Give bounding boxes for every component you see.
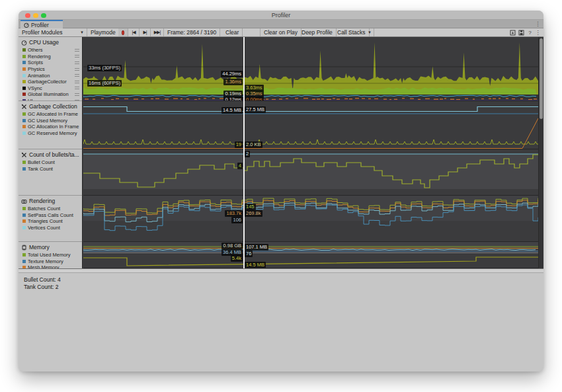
- help-icon: ?: [528, 30, 531, 36]
- series-color-swatch: [22, 125, 26, 128]
- legend-item[interactable]: Batches Count: [19, 206, 82, 212]
- crossed-tools-icon: [21, 152, 27, 158]
- drag-handle-icon[interactable]: [75, 74, 79, 77]
- series-color-swatch: [22, 214, 26, 217]
- bullet-count-label: 4: [237, 163, 243, 169]
- legend-item[interactable]: Physics: [19, 66, 82, 73]
- scrollbar-thumb[interactable]: [540, 38, 543, 119]
- legend-item[interactable]: Rendering: [19, 54, 82, 60]
- window-titlebar[interactable]: Profiler: [19, 11, 543, 20]
- series-color-swatch: [22, 119, 26, 122]
- legend-item[interactable]: GC Reserved Memory: [19, 130, 82, 137]
- call-stacks-button[interactable]: Call Stacks: [334, 28, 370, 36]
- series-color-swatch: [22, 93, 26, 96]
- series-color-swatch: [22, 48, 26, 52]
- series-color-swatch: [22, 61, 26, 64]
- clear-button[interactable]: Clear: [222, 28, 243, 36]
- rendering-icon: [21, 198, 27, 204]
- tab-bar: Profiler ⋮: [19, 20, 543, 28]
- module-title: Memory: [29, 244, 50, 251]
- record-button[interactable]: [118, 28, 128, 36]
- tab-label: Profiler: [31, 22, 49, 28]
- series-color-swatch: [22, 80, 26, 83]
- legend-item[interactable]: Animation: [19, 72, 82, 79]
- chart-memory[interactable]: 0.98 GB 107.1 MB 36.4 MB 76 5.4k 14.5 MB: [83, 242, 538, 268]
- window-title: Profiler: [19, 12, 543, 19]
- previous-frame-icon: |◀: [132, 30, 135, 35]
- chart-count-of-bullets[interactable]: 2 4: [83, 149, 538, 196]
- legend-item[interactable]: Others: [19, 47, 82, 54]
- cpu-gridline-label-16ms: 16ms (60FPS): [87, 80, 122, 87]
- save-profile-button[interactable]: [517, 28, 526, 36]
- legend-item[interactable]: Global Illumination: [19, 91, 82, 98]
- legend-item[interactable]: GC Allocation In Frame Cour: [19, 124, 82, 130]
- memory-value-label: 5.4k: [231, 255, 243, 262]
- legend-item[interactable]: Bullet Count: [19, 159, 82, 166]
- load-profile-button[interactable]: [508, 28, 517, 36]
- next-frame-button[interactable]: ▶|: [140, 28, 151, 36]
- series-color-swatch: [22, 132, 26, 135]
- current-frame-button[interactable]: ▶▶|: [151, 28, 164, 36]
- module-sidebar: CPU Usage Others Rendering Scripts Physi…: [19, 37, 83, 268]
- legend-item[interactable]: SetPass Calls Count: [19, 212, 82, 219]
- module-title: Garbage Collection: [29, 103, 77, 110]
- legend-item[interactable]: Texture Memory: [19, 258, 82, 265]
- previous-frame-button[interactable]: |◀: [128, 28, 140, 36]
- legend-item[interactable]: Vertices Count: [19, 225, 82, 231]
- clear-on-play-toggle[interactable]: Clear on Play: [260, 28, 301, 36]
- tab-profiler[interactable]: Profiler: [20, 20, 63, 28]
- vertices-count-label: 269.8k: [245, 210, 262, 217]
- next-frame-icon: ▶|: [143, 30, 146, 35]
- kebab-menu-icon: ⋮: [536, 30, 541, 36]
- legend-item[interactable]: Total Used Memory: [19, 252, 82, 258]
- chart-scrollbar[interactable]: [538, 37, 543, 268]
- save-icon: [518, 30, 524, 36]
- garbage-collection-graph: [83, 101, 538, 149]
- chart-garbage-collection[interactable]: 14.5 MB 27.5 MB 19 2.0 KB: [83, 101, 538, 149]
- drag-handle-icon[interactable]: [75, 81, 79, 83]
- module-count-of-bullets[interactable]: Count of bullets/ta... Bullet Count Tank…: [19, 149, 82, 196]
- series-color-swatch: [22, 219, 26, 223]
- legend-item[interactable]: GC Allocated In Frame: [19, 111, 82, 118]
- load-icon: [510, 30, 516, 36]
- details-text: Bullet Count: 4Tank Count: 2: [19, 273, 543, 291]
- bullet-tank-count-graph: [83, 149, 538, 196]
- drag-handle-icon[interactable]: [75, 55, 79, 58]
- drag-handle-icon[interactable]: [75, 61, 79, 64]
- context-menu-button[interactable]: ⋮: [534, 28, 542, 36]
- drag-handle-icon[interactable]: [75, 49, 79, 52]
- bullet-count-detail: Bullet Count: 4: [24, 276, 61, 283]
- rendering-graph: [83, 196, 538, 242]
- current-frame-icon: ▶▶|: [154, 30, 161, 35]
- chart-cpu-usage[interactable]: 33ms (30FPS) 16ms (60FPS) 44.29ms 1.36ms…: [83, 37, 538, 101]
- drag-handle-icon[interactable]: [75, 93, 79, 96]
- legend-item[interactable]: Scripts: [19, 59, 82, 66]
- module-memory[interactable]: Memory Total Used Memory Texture Memory …: [19, 242, 82, 268]
- legend-item[interactable]: Triangles Count: [19, 218, 82, 225]
- module-garbage-collection[interactable]: Garbage Collection GC Allocated In Frame…: [19, 101, 82, 149]
- legend-item[interactable]: Tank Count: [19, 166, 82, 173]
- module-rendering[interactable]: Rendering Batches Count SetPass Calls Co…: [19, 196, 82, 242]
- profiler-modules-dropdown[interactable]: Profiler Modules▼: [19, 28, 87, 36]
- cpu-value-label: 0.00ms: [245, 97, 264, 101]
- series-color-swatch: [22, 74, 26, 77]
- drag-handle-icon[interactable]: [75, 68, 79, 71]
- chevron-down-icon: ▼: [80, 30, 84, 34]
- legend-item[interactable]: GarbageCollector: [19, 79, 82, 85]
- legend-item[interactable]: VSync: [19, 85, 82, 92]
- batches-count-label: 145: [245, 204, 256, 210]
- triangles-count-label: 183.7k: [225, 210, 243, 217]
- memory-value-label: 76: [245, 251, 253, 257]
- tank-count-detail: Tank Count: 2: [24, 284, 58, 290]
- pane-splitter[interactable]: [19, 268, 543, 273]
- tab-overflow-menu-icon[interactable]: ⋮: [535, 20, 541, 27]
- deep-profile-toggle[interactable]: Deep Profile: [298, 28, 337, 36]
- call-stacks-dropdown[interactable]: ▼: [366, 28, 374, 36]
- legend-item[interactable]: GC Used Memory: [19, 118, 82, 124]
- chart-rendering[interactable]: 145 183.7k 269.8k 106: [83, 196, 538, 242]
- module-title: CPU Usage: [29, 39, 59, 46]
- series-color-swatch: [22, 55, 26, 58]
- module-cpu-usage[interactable]: CPU Usage Others Rendering Scripts Physi…: [19, 37, 82, 101]
- memory-value-label: 0.98 GB: [221, 243, 243, 249]
- drag-handle-icon[interactable]: [75, 87, 79, 89]
